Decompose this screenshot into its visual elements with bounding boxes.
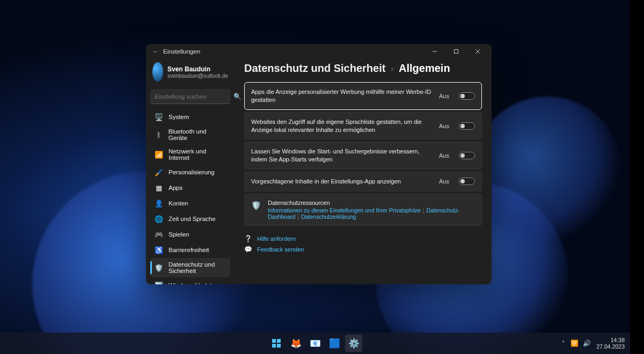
nav-icon: 🖌️: [155, 168, 163, 176]
help-icon: ❔: [244, 235, 252, 242]
setting-row: Vorgeschlagene Inhalte in der Einstellun…: [244, 172, 482, 191]
nav-icon: 👤: [155, 199, 163, 208]
sidebar-item-spielen[interactable]: 🎮Spielen: [150, 227, 230, 242]
search-box[interactable]: 🔍: [150, 89, 230, 104]
sidebar-item-label: Netzwerk und Internet: [169, 148, 226, 161]
windows-logo-icon: [272, 339, 281, 348]
start-button[interactable]: [268, 335, 285, 352]
nav-icon: 📶: [155, 150, 163, 159]
feedback-icon: 💬: [244, 246, 252, 253]
sidebar-item-label: Bluetooth und Geräte: [169, 128, 226, 141]
breadcrumb-current: Allgemein: [399, 62, 450, 75]
toggle-switch[interactable]: [459, 92, 475, 100]
sidebar-item-system[interactable]: 🖥️System: [150, 109, 230, 124]
close-button[interactable]: [467, 44, 488, 59]
tray-chevron-icon[interactable]: ˄: [562, 340, 565, 346]
clock-time: 14:38: [596, 337, 625, 343]
setting-label: Vorgeschlagene Inhalte in der Einstellun…: [251, 178, 433, 186]
feedback-label: Feedback senden: [257, 246, 304, 253]
taskbar-app-settings[interactable]: ⚙️: [345, 335, 362, 352]
sidebar-item-apps[interactable]: ▦Apps: [150, 180, 230, 195]
clock[interactable]: 14:38 27.04.2023: [596, 337, 625, 350]
wifi-icon[interactable]: 🛜: [570, 340, 579, 347]
avatar: [152, 62, 163, 82]
chevron-right-icon: ›: [391, 64, 393, 73]
main-content: Datenschutz und Sicherheit › Allgemein A…: [235, 59, 492, 284]
toggle-state: Aus: [439, 178, 449, 185]
sidebar-item-barrierefreiheit[interactable]: ♿Barrierefreiheit: [150, 242, 230, 257]
nav-icon: ♿: [155, 246, 163, 254]
resource-link[interactable]: Datenschutzerklärung: [301, 213, 356, 220]
breadcrumb: Datenschutz und Sicherheit › Allgemein: [244, 62, 482, 75]
setting-label: Lassen Sie Windows die Start- und Sucher…: [251, 148, 433, 164]
setting-label: Apps die Anzeige personalisierter Werbun…: [251, 88, 433, 104]
sidebar-item-label: System: [169, 114, 189, 120]
nav-icon: 🛡️: [155, 263, 163, 272]
svg-rect-1: [455, 50, 458, 54]
feedback-link[interactable]: 💬 Feedback senden: [244, 244, 482, 255]
taskbar-app-firefox[interactable]: 🦊: [287, 335, 304, 352]
sidebar-item-bluetooth-und-ger-te[interactable]: ᛒBluetooth und Geräte: [150, 125, 230, 144]
nav-icon: 🔄: [155, 281, 163, 284]
setting-row: Apps die Anzeige personalisierter Werbun…: [244, 82, 482, 110]
sidebar-item-windows-update[interactable]: 🔄Windows Update: [150, 278, 230, 284]
volume-icon[interactable]: 🔊: [583, 340, 591, 347]
back-button[interactable]: ←: [149, 48, 162, 55]
taskbar-app-skype[interactable]: 🟦: [326, 335, 343, 352]
sidebar-item-label: Datenschutz und Sicherheit: [169, 261, 226, 274]
privacy-resources-card: 🛡️ Datenschutzressourcen Informationen z…: [244, 194, 482, 226]
nav-icon: 🌐: [155, 215, 163, 223]
sidebar-item-netzwerk-und-internet[interactable]: 📶Netzwerk und Internet: [150, 145, 230, 164]
nav-icon: ▦: [155, 183, 163, 192]
sidebar-item-label: Konten: [169, 200, 188, 206]
toggle-switch[interactable]: [459, 152, 475, 159]
taskbar: 🦊 📧 🟦 ⚙️ ˄ 🛜 🔊 14:38 27.04.2023: [0, 333, 630, 354]
sidebar: Sven Bauduin svenbauduin@outlook.de 🔍 🖥️…: [146, 59, 235, 284]
wallpaper-bloom: [472, 97, 623, 247]
setting-row: Lassen Sie Windows die Start- und Sucher…: [244, 142, 482, 169]
profile-block[interactable]: Sven Bauduin svenbauduin@outlook.de: [150, 59, 230, 89]
help-link[interactable]: ❔ Hilfe anfordern: [244, 233, 482, 244]
sidebar-item-personalisierung[interactable]: 🖌️Personalisierung: [150, 165, 230, 180]
setting-label: Websites den Zugriff auf die eigene Spra…: [251, 118, 433, 134]
page-scroll-gutter: [630, 0, 644, 354]
help-label: Hilfe anfordern: [257, 235, 296, 242]
nav-list: 🖥️SystemᛒBluetooth und Geräte📶Netzwerk u…: [150, 109, 230, 284]
shield-icon: 🛡️: [251, 201, 261, 210]
search-input[interactable]: [155, 93, 233, 100]
sidebar-item-konten[interactable]: 👤Konten: [150, 196, 230, 211]
profile-name: Sven Bauduin: [167, 65, 228, 73]
resources-links: Informationen zu diesen Einstellungen un…: [268, 207, 475, 220]
sidebar-item-label: Spielen: [169, 231, 189, 238]
window-title: Einstellungen: [162, 48, 200, 55]
sidebar-item-label: Personalisierung: [169, 169, 215, 175]
profile-email: svenbauduin@outlook.de: [167, 73, 228, 79]
toggle-switch[interactable]: [459, 122, 475, 130]
sidebar-item-datenschutz-und-sicherheit[interactable]: 🛡️Datenschutz und Sicherheit: [150, 258, 230, 277]
sidebar-item-label: Zeit und Sprache: [169, 216, 216, 222]
breadcrumb-parent[interactable]: Datenschutz und Sicherheit: [244, 62, 385, 75]
sidebar-item-label: Barrierefreiheit: [169, 247, 209, 253]
clock-date: 27.04.2023: [596, 343, 625, 350]
nav-icon: ᛒ: [155, 130, 163, 139]
toggle-state: Aus: [439, 152, 449, 159]
resources-title: Datenschutzressourcen: [268, 200, 475, 206]
sidebar-item-label: Apps: [169, 185, 182, 191]
sidebar-item-label: Windows Update: [169, 282, 215, 284]
toggle-switch[interactable]: [459, 178, 475, 185]
maximize-button[interactable]: [445, 44, 467, 59]
taskbar-app-outlook[interactable]: 📧: [306, 335, 324, 352]
settings-window: ← Einstellungen Sven Bauduin svenbauduin…: [146, 44, 492, 284]
titlebar: ← Einstellungen: [146, 44, 492, 59]
nav-icon: 🖥️: [155, 113, 163, 121]
toggle-state: Aus: [439, 123, 449, 129]
toggle-state: Aus: [439, 93, 449, 99]
setting-row: Websites den Zugriff auf die eigene Spra…: [244, 112, 482, 140]
system-tray[interactable]: ˄ 🛜 🔊 14:38 27.04.2023: [562, 337, 625, 350]
minimize-button[interactable]: [424, 44, 445, 59]
resource-link[interactable]: Informationen zu diesen Einstellungen un…: [268, 207, 421, 213]
nav-icon: 🎮: [155, 230, 163, 239]
sidebar-item-zeit-und-sprache[interactable]: 🌐Zeit und Sprache: [150, 211, 230, 226]
